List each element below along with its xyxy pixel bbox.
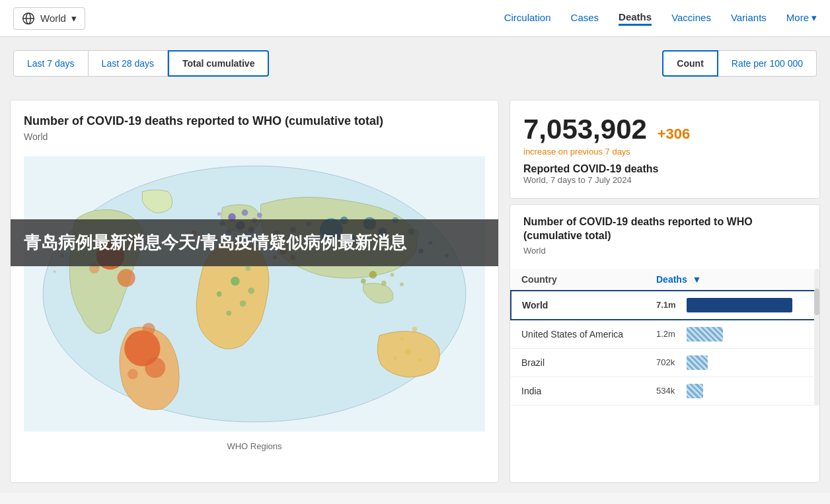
svg-point-55	[54, 271, 56, 273]
nav-more[interactable]: More ▾	[786, 12, 817, 25]
overlay-banner: 青岛病例最新消息今天/青岛疫情疑似病例最新消息	[11, 219, 498, 266]
map-panel: Number of COVID-19 deaths reported to WH…	[10, 100, 499, 483]
svg-point-44	[369, 271, 377, 279]
world-map-svg	[24, 152, 485, 436]
sort-icon: ▼	[693, 274, 702, 285]
world-selector-label: World	[40, 13, 66, 24]
metric-count-button[interactable]: Count	[662, 50, 718, 77]
value-cell: 7.1m	[646, 291, 819, 320]
svg-point-42	[226, 311, 231, 316]
svg-point-40	[217, 292, 222, 297]
svg-point-58	[405, 349, 412, 355]
nav-variants[interactable]: Variants	[731, 12, 767, 24]
svg-point-12	[128, 369, 138, 380]
globe-icon	[22, 12, 35, 25]
time-total-button[interactable]: Total cumulative	[168, 50, 269, 77]
filter-bar: Last 7 days Last 28 days Total cumulativ…	[0, 37, 830, 90]
table-row[interactable]: Brazil 702k	[511, 348, 819, 377]
stats-increase-label: increase on previous 7 days	[523, 147, 806, 157]
nav-vaccines[interactable]: Vaccines	[671, 12, 711, 24]
world-selector-chevron: ▾	[71, 13, 77, 24]
nav-links: Circulation Cases Deaths Vaccines Varian…	[504, 11, 817, 26]
svg-point-47	[391, 273, 395, 277]
world-map[interactable]	[24, 152, 485, 436]
time-last28-button[interactable]: Last 28 days	[89, 50, 168, 77]
svg-point-23	[217, 212, 221, 216]
stats-description: Reported COVID-19 deaths	[523, 163, 806, 175]
table-row[interactable]: United States of America 1.2m	[511, 320, 819, 349]
bar-brazil	[687, 355, 708, 370]
value-cell: 1.2m	[646, 320, 819, 349]
value-cell: 702k	[646, 348, 819, 377]
world-selector[interactable]: World ▾	[13, 7, 85, 30]
svg-point-60	[418, 358, 422, 362]
map-footer-label: WHO Regions	[24, 441, 485, 451]
bar-usa	[687, 327, 723, 342]
svg-point-38	[231, 277, 240, 286]
metric-rate-button[interactable]: Rate per 100 000	[718, 50, 817, 77]
svg-point-48	[400, 283, 404, 287]
bar-cell: 702k	[656, 355, 808, 370]
table-row[interactable]: World 7.1m	[511, 291, 819, 320]
bar-world	[687, 298, 792, 312]
nav-circulation[interactable]: Circulation	[504, 12, 551, 24]
header: World ▾ Circulation Cases Deaths Vaccine…	[0, 0, 830, 37]
time-filters: Last 7 days Last 28 days Total cumulativ…	[13, 50, 269, 77]
chevron-down-icon: ▾	[811, 12, 817, 24]
bar-cell: 534k	[656, 384, 808, 398]
main-content: Number of COVID-19 deaths reported to WH…	[0, 90, 830, 493]
svg-point-39	[248, 288, 254, 295]
table-world-label: World	[523, 246, 806, 256]
time-last7-button[interactable]: Last 7 days	[13, 50, 89, 77]
data-table: Country Deaths ▼ World 7.1	[510, 269, 819, 406]
metric-filters: Count Rate per 100 000	[662, 50, 817, 77]
svg-point-13	[142, 323, 155, 336]
stats-box: 7,053,902 +306 increase on previous 7 da…	[509, 100, 820, 199]
svg-point-11	[145, 357, 165, 378]
svg-point-46	[361, 279, 366, 284]
table-row[interactable]: India 534k	[511, 377, 819, 405]
scroll-indicator[interactable]	[814, 269, 819, 406]
svg-point-57	[400, 337, 404, 341]
svg-point-59	[393, 356, 397, 360]
stats-increase: +306	[658, 126, 691, 142]
country-cell: World	[511, 291, 646, 320]
svg-point-45	[381, 281, 387, 286]
bar-india	[687, 384, 703, 398]
table-wrapper: Country Deaths ▼ World 7.1	[510, 269, 819, 406]
svg-point-56	[412, 327, 417, 332]
svg-point-41	[240, 301, 246, 307]
svg-point-15	[242, 209, 248, 216]
stats-period: World, 7 days to 7 July 2024	[523, 175, 806, 185]
svg-point-22	[257, 213, 262, 218]
right-panel: 7,053,902 +306 increase on previous 7 da…	[509, 100, 820, 483]
value-cell: 534k	[646, 377, 819, 405]
scroll-thumb	[814, 289, 819, 315]
col-deaths[interactable]: Deaths ▼	[646, 269, 819, 291]
col-country[interactable]: Country	[511, 269, 646, 291]
nav-cases[interactable]: Cases	[571, 12, 599, 24]
table-box: Number of COVID-19 deaths reported to WH…	[509, 204, 820, 483]
svg-point-6	[118, 270, 135, 287]
country-cell: India	[511, 377, 646, 405]
bar-cell: 7.1m	[656, 298, 808, 312]
bar-cell: 1.2m	[656, 327, 808, 342]
table-title: Number of COVID-19 deaths reported to WH…	[523, 215, 806, 243]
map-title: Number of COVID-19 deaths reported to WH…	[24, 114, 485, 129]
country-cell: United States of America	[511, 320, 646, 349]
country-cell: Brazil	[511, 348, 646, 377]
svg-point-43	[245, 266, 250, 271]
nav-deaths[interactable]: Deaths	[619, 11, 652, 26]
map-subtitle: World	[24, 131, 485, 142]
table-header-section: Number of COVID-19 deaths reported to WH…	[510, 205, 819, 269]
stats-number: 7,053,902	[523, 114, 647, 145]
overlay-text: 青岛病例最新消息今天/青岛疫情疑似病例最新消息	[24, 233, 406, 252]
